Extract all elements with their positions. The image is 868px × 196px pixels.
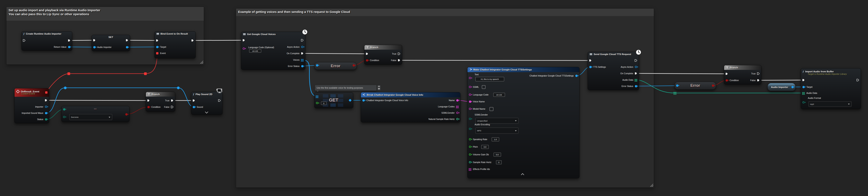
make-tts-settings-chatbot-integrator-google-cloud-ttssettings-pin[interactable] (575, 75, 578, 77)
reroute-node-1[interactable] (144, 72, 147, 75)
send-google-cloud-tts-request-in-exec-pin[interactable] (589, 59, 592, 63)
set-audio-importer-header[interactable]: SET (92, 35, 130, 39)
make-tts-settings-audio-encoding-pin-dropdown[interactable]: MP3 (475, 128, 519, 134)
break-voice-info-chatbot-integrator-google-cloud-voice-info-pin[interactable] (362, 99, 365, 102)
create-runtime-audio-importer-out-exec-pin[interactable] (68, 39, 70, 43)
wire-exec-oncomplete-branch2[interactable] (302, 53, 367, 54)
wire-exec-onresult-branch1[interactable] (46, 100, 148, 101)
set-audio-importer-in-exec-pin[interactable] (93, 39, 96, 43)
send-google-cloud-tts-request-tts-settings-pin[interactable] (589, 66, 592, 68)
make-tts-settings-sample-rate-hertz-pin[interactable] (469, 161, 471, 163)
onresult-event-status-pin[interactable] (45, 118, 47, 120)
break-voice-info-natural-sample-rate-hertz-pin[interactable] (456, 118, 458, 120)
set-audio-importer[interactable]: SET (92, 35, 130, 51)
make-tts-settings-effects-profile-ids-pin[interactable] (469, 168, 471, 172)
branch-2-header[interactable]: Branch (365, 45, 402, 50)
get-google-cloud-voices-header[interactable]: Get Google Cloud Voices (241, 32, 305, 36)
set-audio-importer-out-exec-pin[interactable] (126, 46, 128, 48)
node-comment-bubble[interactable]: Use the first available voice for testin… (315, 85, 377, 91)
import-audio-from-buffer-in-exec-pin[interactable] (802, 79, 805, 82)
branch-1-false-pin[interactable] (171, 106, 174, 109)
send-google-cloud-tts-request-audio-data-pin[interactable] (635, 79, 637, 82)
make-tts-settings-audio-encoding-pin[interactable] (469, 128, 471, 130)
wire-bool-equal-branch1[interactable] (126, 107, 148, 114)
wire-exec-create-set[interactable] (69, 40, 94, 40)
import-audio-from-buffer-audio-format-pin-dropdown[interactable]: mp3 (808, 101, 851, 107)
make-tts-settings-text-pin-value-field[interactable]: Hi, this is my speech (475, 77, 504, 81)
get-google-cloud-voices-async-action-pin[interactable] (301, 46, 303, 48)
make-tts-settings-volume-gain-db-pin-value-field[interactable]: 0.0 (494, 152, 501, 157)
wire-exec-set-bind[interactable] (127, 40, 157, 40)
create-runtime-audio-importer-in-exec-pin[interactable] (23, 39, 26, 43)
create-runtime-audio-importer-header[interactable]: ƒCreate Runtime Audio Importer (22, 31, 72, 36)
error-macro-1[interactable]: Error (314, 62, 357, 70)
get-google-cloud-voices-on-complete-pin[interactable] (301, 52, 304, 56)
make-tts-settings-speaking-rate-pin[interactable] (469, 138, 471, 140)
reroute-node-0[interactable] (67, 72, 70, 75)
set-audio-importer-audio-importer-pin[interactable] (93, 46, 96, 48)
branch-1-condition-pin[interactable] (147, 106, 150, 108)
get-google-cloud-voices-in-exec-pin[interactable] (242, 39, 245, 43)
make-tts-settings-model-name-pin[interactable] (469, 108, 471, 110)
send-google-cloud-tts-request-error-status-pin[interactable] (635, 85, 637, 87)
import-audio-from-buffer-audio-data-pin[interactable] (802, 92, 805, 95)
error-macro-2-in-exec-pin[interactable] (676, 84, 678, 87)
array-get-in-exec-pin[interactable] (316, 102, 318, 104)
branch-2-condition-pin[interactable] (366, 59, 368, 61)
get-google-cloud-voices-language-code-optional--pin-value-field[interactable]: en-US (249, 49, 261, 53)
branch-3-false-pin[interactable] (757, 79, 760, 83)
wire-obj-senderror-error2[interactable] (636, 86, 677, 86)
create-runtime-audio-importer-return-value-pin[interactable] (68, 46, 70, 48)
equal-enum-in-exec-pin[interactable] (63, 116, 65, 118)
send-google-cloud-tts-request-out-exec-pin[interactable] (634, 59, 638, 63)
error-macro-1-out-exec-pin[interactable] (352, 64, 355, 66)
get-google-cloud-voices-language-code-optional--pin[interactable] (243, 48, 245, 50)
import-audio-from-buffer-header[interactable]: ƒImport Audio from BufferTarget is Runti… (801, 68, 861, 77)
bind-event-to-on-result-target-pin[interactable] (156, 46, 158, 48)
make-tts-settings-language-code-pin[interactable] (469, 94, 471, 96)
set-audio-importer-out-exec-pin[interactable] (126, 39, 128, 43)
make-tts-settings-volume-gain-db-pin[interactable] (469, 153, 471, 156)
make-tts-settings-model-name-pin-checkbox[interactable] (490, 107, 493, 111)
play-sound-2d-sound-pin[interactable] (193, 106, 195, 108)
reroute-node-2[interactable] (64, 87, 67, 89)
onresult-event[interactable]: OnResult_EventCustom Event (14, 88, 49, 123)
branch-3-in-exec-pin[interactable] (725, 72, 728, 76)
make-tts-settings-pitch-pin-value-field[interactable]: 0.0 (481, 145, 489, 149)
branch-1-in-exec-pin[interactable] (147, 99, 150, 103)
error-macro-2[interactable]: Error (674, 82, 716, 90)
break-voice-info-header[interactable]: Break Chatbot Integrator Google Cloud Vo… (361, 92, 460, 97)
break-voice-info-ssmlgender-pin[interactable] (456, 112, 458, 114)
play-sound-2d-out-exec-pin[interactable] (218, 99, 221, 103)
onresult-event-out-exec-pin[interactable] (44, 99, 48, 103)
branch-2-in-exec-pin[interactable] (366, 52, 368, 56)
make-tts-settings-voice-name-pin[interactable] (469, 101, 471, 103)
reroute-node-4[interactable] (674, 92, 676, 95)
make-tts-settings-ssml-pin-checkbox[interactable] (482, 85, 486, 89)
equal-enum-in-exec-pin[interactable] (63, 108, 65, 111)
error-macro-1-in-exec-pin[interactable] (316, 64, 318, 66)
send-google-cloud-tts-request-async-action-pin[interactable] (635, 66, 637, 68)
bind-event-to-on-result-out-exec-pin[interactable] (191, 39, 194, 43)
make-tts-settings-ssml-pin[interactable] (469, 86, 471, 88)
equal-enum-in-exec-pin-dropdown[interactable]: Success (69, 114, 112, 120)
make-tts-settings-text-pin[interactable] (469, 77, 471, 79)
break-voice-info-name-pin[interactable] (456, 99, 459, 102)
import-audio-from-buffer-out-exec-pin[interactable] (856, 79, 859, 82)
make-tts-settings-speaking-rate-pin-value-field[interactable]: 1.0 (492, 137, 499, 141)
wire-delegate-event-onresult[interactable] (46, 54, 157, 92)
wire-exec-bind-getvoices[interactable] (192, 40, 244, 40)
send-google-cloud-tts-request-on-complete-pin[interactable] (634, 72, 638, 76)
get-google-cloud-voices-voices-pin[interactable] (301, 59, 304, 62)
wire-exec-branch3false-import[interactable] (758, 80, 803, 80)
error-macro-2-out-exec-pin[interactable] (712, 84, 714, 87)
equal-enum-out-exec-pin[interactable] (125, 113, 128, 115)
import-audio-from-buffer-target-pin[interactable] (802, 86, 805, 88)
wire-obj-returnvalue-audioimporter[interactable] (69, 47, 94, 47)
make-tts-settings-sample-rate-hertz-pin-value-field[interactable]: 0 (496, 160, 502, 164)
send-google-cloud-tts-request[interactable]: Send Google Cloud TTS Request (588, 52, 639, 90)
wire-obj-set-target[interactable] (127, 47, 157, 47)
branch-1-header[interactable]: Branch (146, 92, 175, 96)
bind-event-to-on-result-event-pin[interactable] (156, 52, 158, 54)
branch-2-false-pin[interactable] (398, 59, 401, 62)
